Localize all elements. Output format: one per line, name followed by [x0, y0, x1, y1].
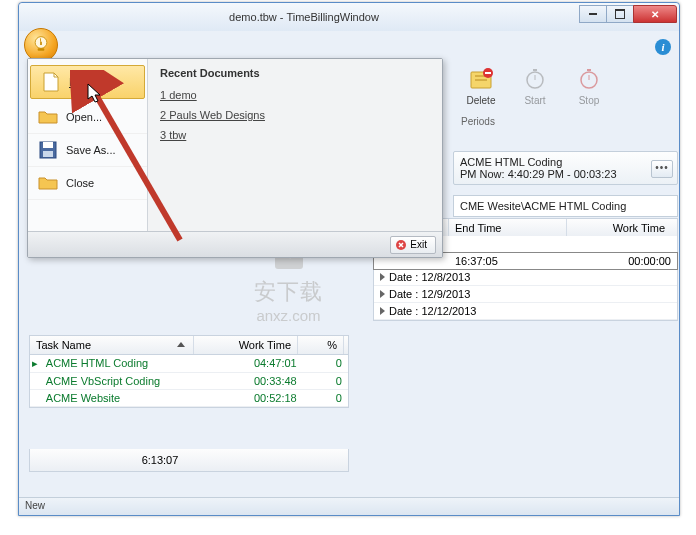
recent-doc-item[interactable]: 1 demo: [160, 85, 430, 105]
recent-doc-item[interactable]: 3 tbw: [160, 125, 430, 145]
expand-right-icon: [380, 307, 385, 315]
col-task-name[interactable]: Task Name: [30, 336, 194, 354]
task-row[interactable]: ACME VbScript Coding00:33:480: [30, 373, 348, 390]
app-menu-orb[interactable]: [24, 28, 58, 62]
task-grid-footer: 6:13:07: [29, 449, 349, 472]
detail-now-time: PM Now: 4:40:29 PM - 00:03:23: [460, 168, 671, 180]
start-button[interactable]: Start: [515, 65, 555, 106]
app-window: demo.tbw - TimeBillingWindow ✕ i Delete …: [18, 2, 680, 516]
app-menu-footer: Exit: [28, 231, 442, 257]
close-folder-icon: [38, 173, 58, 193]
save-icon: [38, 140, 58, 160]
delete-icon: [467, 65, 495, 93]
col-work-time[interactable]: Work Time: [567, 219, 677, 237]
time-group-row[interactable]: Date : 12/8/2013: [374, 269, 677, 286]
col-task-pct[interactable]: %: [298, 336, 344, 354]
open-folder-icon: [38, 107, 58, 127]
menu-new[interactable]: New...: [30, 65, 145, 99]
maximize-button[interactable]: [606, 5, 634, 23]
status-text: New: [25, 500, 45, 511]
svg-rect-2: [40, 38, 41, 41]
stop-button[interactable]: Stop: [569, 65, 609, 106]
toolbar-periods: Delete Start Stop Periods: [453, 61, 678, 129]
svg-rect-17: [43, 151, 53, 157]
stop-clock-icon: [575, 65, 603, 93]
recent-docs-header: Recent Documents: [160, 67, 430, 79]
detail-task-name: ACME HTML Coding: [460, 156, 671, 168]
col-task-time[interactable]: Work Time: [194, 336, 298, 354]
task-grid: Task Name Work Time % ▸ACME HTML Coding0…: [29, 335, 349, 408]
app-menu-items: New... Open... Save As... Close: [28, 59, 148, 257]
expand-right-icon: [380, 273, 385, 281]
svg-rect-3: [38, 48, 45, 51]
toolbar-group-label: Periods: [461, 112, 670, 127]
task-row[interactable]: ▸ACME HTML Coding04:47:010: [30, 355, 348, 373]
app-menu-popup: New... Open... Save As... Close Recent D…: [27, 58, 443, 258]
time-group-row[interactable]: Date : 12/9/2013: [374, 286, 677, 303]
svg-rect-11: [533, 69, 537, 71]
recent-doc-item[interactable]: 2 Pauls Web Designs: [160, 105, 430, 125]
recent-documents-panel: Recent Documents 1 demo 2 Pauls Web Desi…: [148, 59, 442, 257]
window-title: demo.tbw - TimeBillingWindow: [29, 11, 579, 23]
sort-asc-icon: [177, 342, 185, 347]
info-icon[interactable]: i: [655, 39, 671, 55]
col-end-time[interactable]: End Time: [449, 219, 567, 237]
exit-button[interactable]: Exit: [390, 236, 436, 254]
status-bar: New: [19, 497, 679, 515]
expand-right-icon: [380, 290, 385, 298]
detail-panel: ACME HTML Coding PM Now: 4:40:29 PM - 00…: [453, 151, 678, 185]
menu-close[interactable]: Close: [28, 167, 147, 200]
start-clock-icon: [521, 65, 549, 93]
close-button[interactable]: ✕: [633, 5, 677, 23]
new-file-icon: [41, 72, 61, 92]
menu-save-as[interactable]: Save As...: [28, 134, 147, 167]
time-group-row[interactable]: Date : 12/12/2013: [374, 303, 677, 320]
svg-rect-1: [40, 42, 42, 45]
exit-icon: [395, 239, 407, 251]
menu-open[interactable]: Open...: [28, 101, 147, 134]
minimize-button[interactable]: [579, 5, 607, 23]
detail-more-button[interactable]: •••: [651, 160, 673, 178]
task-row[interactable]: ACME Website00:52:180: [30, 390, 348, 407]
svg-rect-14: [587, 69, 591, 71]
svg-rect-16: [43, 142, 53, 148]
titlebar: demo.tbw - TimeBillingWindow ✕: [19, 3, 679, 31]
delete-button[interactable]: Delete: [461, 65, 501, 106]
detail-breadcrumb: CME Wesite\ACME HTML Coding: [453, 195, 678, 217]
